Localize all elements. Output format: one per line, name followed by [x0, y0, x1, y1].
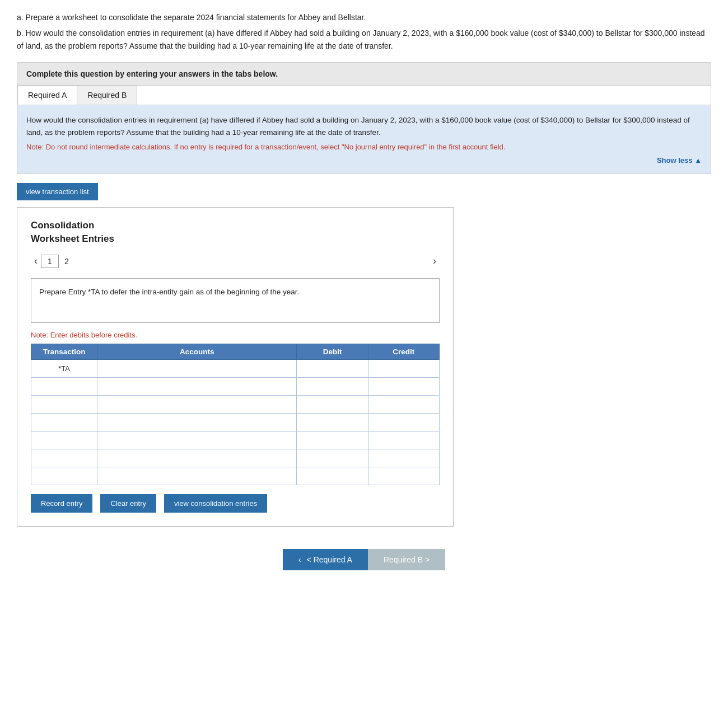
part-a-text: a. Prepare a worksheet to consolidate th… [17, 11, 711, 24]
pagination: ‹ 1 2 › [31, 254, 440, 268]
credit-cell-2[interactable] [368, 378, 439, 396]
debit-input-1[interactable] [301, 364, 363, 373]
debit-input-7[interactable] [301, 472, 363, 480]
accounts-cell-3[interactable] [97, 396, 297, 414]
transaction-cell-5 [31, 431, 97, 449]
note-debits: Note: Enter debits before credits. [31, 331, 440, 339]
transaction-cell-3 [31, 396, 97, 414]
debit-cell-3[interactable] [297, 396, 368, 414]
page-1[interactable]: 1 [41, 255, 59, 268]
nav-required-a-button[interactable]: ‹ < Required A [283, 549, 368, 570]
debit-input-3[interactable] [301, 400, 363, 409]
debit-cell-5[interactable] [297, 431, 368, 449]
credit-cell-4[interactable] [368, 414, 439, 431]
debit-cell-7[interactable] [297, 467, 368, 485]
accounts-input-7[interactable] [102, 472, 292, 480]
debit-cell-4[interactable] [297, 414, 368, 431]
clear-entry-button[interactable]: Clear entry [100, 494, 156, 513]
tabs-row: Required A Required B [17, 86, 711, 105]
prev-page-button[interactable]: ‹ [31, 254, 41, 268]
entry-table: Transaction Accounts Debit Credit *TA [31, 344, 440, 485]
table-row [31, 414, 440, 431]
accounts-input-2[interactable] [102, 382, 292, 391]
credit-input-3[interactable] [373, 400, 435, 409]
transaction-cell-6 [31, 449, 97, 467]
accounts-input-1[interactable] [102, 364, 292, 373]
accounts-input-5[interactable] [102, 436, 292, 444]
nav-buttons-row: ‹ < Required A Required B > [17, 549, 711, 570]
credit-input-4[interactable] [373, 418, 435, 426]
debit-input-6[interactable] [301, 454, 363, 462]
nav-required-b-button[interactable]: Required B > [368, 549, 445, 570]
action-buttons-row: Record entry Clear entry view consolidat… [31, 494, 440, 513]
table-row [31, 396, 440, 414]
nav-left-arrow: ‹ [298, 555, 301, 564]
accounts-input-3[interactable] [102, 400, 292, 409]
page-2[interactable]: 2 [59, 255, 74, 268]
credit-cell-7[interactable] [368, 467, 439, 485]
transaction-cell-7 [31, 467, 97, 485]
tab-required-a[interactable]: Required A [17, 86, 77, 105]
accounts-cell-5[interactable] [97, 431, 297, 449]
transaction-cell-1: *TA [31, 360, 97, 378]
debit-cell-6[interactable] [297, 449, 368, 467]
credit-input-7[interactable] [373, 472, 435, 480]
accounts-cell-2[interactable] [97, 378, 297, 396]
debit-cell-1[interactable] [297, 360, 368, 378]
table-row [31, 431, 440, 449]
part-b-text: b. How would the consolidation entries i… [17, 27, 711, 52]
worksheet-title: Consolidation Worksheet Entries [31, 219, 440, 246]
next-page-button[interactable]: › [430, 254, 440, 268]
tab-description: How would the consolidation entries in r… [26, 114, 702, 138]
problem-text: a. Prepare a worksheet to consolidate th… [17, 11, 711, 52]
table-row: *TA [31, 360, 440, 378]
col-header-debit: Debit [297, 344, 368, 360]
accounts-cell-1[interactable] [97, 360, 297, 378]
accounts-input-4[interactable] [102, 418, 292, 426]
transaction-cell-2 [31, 378, 97, 396]
accounts-cell-7[interactable] [97, 467, 297, 485]
debit-input-2[interactable] [301, 382, 363, 391]
credit-cell-5[interactable] [368, 431, 439, 449]
credit-input-2[interactable] [373, 382, 435, 391]
debit-input-5[interactable] [301, 436, 363, 444]
show-less-button[interactable]: Show less ▲ [26, 156, 702, 165]
accounts-cell-6[interactable] [97, 449, 297, 467]
tab-note: Note: Do not round intermediate calculat… [26, 142, 702, 153]
tab-content-area: How would the consolidation entries in r… [17, 105, 711, 173]
col-header-credit: Credit [368, 344, 439, 360]
tab-required-b[interactable]: Required B [77, 86, 137, 105]
table-row [31, 378, 440, 396]
view-transaction-list-button[interactable]: view transaction list [17, 183, 98, 200]
view-consolidation-entries-button[interactable]: view consolidation entries [164, 494, 267, 513]
worksheet-card: Consolidation Worksheet Entries ‹ 1 2 › … [17, 207, 454, 527]
credit-input-6[interactable] [373, 454, 435, 462]
entry-instruction-card: Prepare Entry *TA to defer the intra-ent… [31, 278, 440, 323]
credit-cell-1[interactable] [368, 360, 439, 378]
credit-input-1[interactable] [373, 364, 435, 373]
accounts-cell-4[interactable] [97, 414, 297, 431]
debit-cell-2[interactable] [297, 378, 368, 396]
table-row [31, 467, 440, 485]
col-header-accounts: Accounts [97, 344, 297, 360]
entry-instruction-text: Prepare Entry *TA to defer the intra-ent… [39, 288, 299, 296]
tabs-container: Required A Required B How would the cons… [17, 86, 711, 174]
credit-cell-6[interactable] [368, 449, 439, 467]
debit-input-4[interactable] [301, 418, 363, 426]
accounts-input-6[interactable] [102, 454, 292, 462]
credit-cell-3[interactable] [368, 396, 439, 414]
record-entry-button[interactable]: Record entry [31, 494, 92, 513]
col-header-transaction: Transaction [31, 344, 97, 360]
table-row [31, 449, 440, 467]
credit-input-5[interactable] [373, 436, 435, 444]
transaction-cell-4 [31, 414, 97, 431]
instruction-text: Complete this question by entering your … [26, 69, 278, 78]
instruction-box: Complete this question by entering your … [17, 62, 711, 86]
